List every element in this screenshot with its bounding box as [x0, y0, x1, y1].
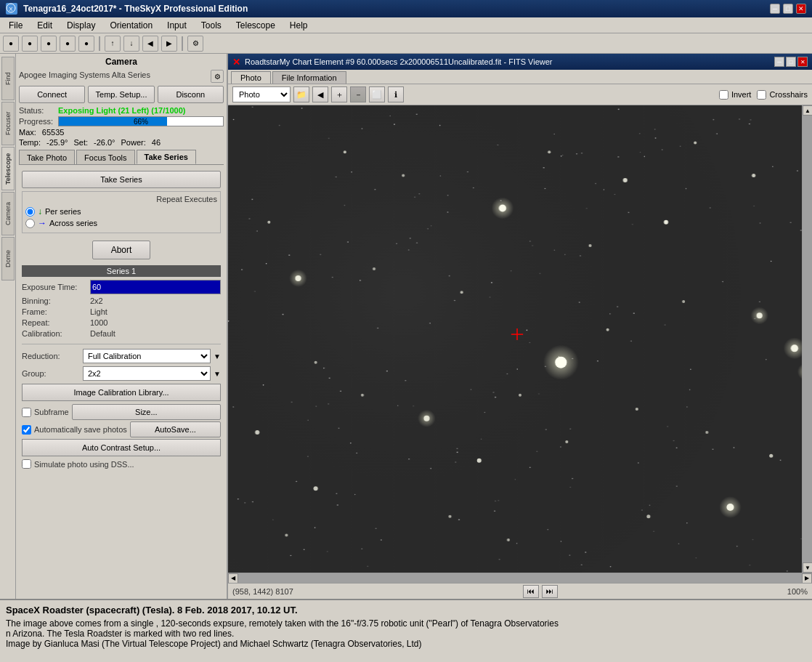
- exposure-time-input[interactable]: [90, 280, 221, 294]
- scroll-left-btn[interactable]: ◀: [228, 573, 238, 584]
- fits-tool-zoom-out[interactable]: －: [350, 86, 366, 102]
- status-value: Exposing Light (21 Left) (17/1000): [58, 106, 185, 115]
- size-button[interactable]: Size...: [72, 404, 221, 420]
- camera-settings-btn[interactable]: ⚙: [211, 70, 224, 83]
- sidebar-tab-find[interactable]: Find: [1, 57, 15, 100]
- menu-help[interactable]: Help: [284, 19, 314, 32]
- fits-close-x[interactable]: ✕: [232, 57, 240, 68]
- across-series-row: → Across series: [25, 218, 217, 228]
- fits-close-btn[interactable]: ✕: [797, 57, 808, 67]
- repeat-executes-label: Repeat Executes: [25, 195, 217, 203]
- binning-value: 2x2: [90, 296, 103, 305]
- toolbar-btn-1[interactable]: ●: [3, 36, 19, 52]
- crosshairs-label: Crosshairs: [769, 90, 808, 99]
- across-series-label: Across series: [49, 219, 97, 227]
- fits-tab-photo[interactable]: Photo: [231, 71, 271, 84]
- toolbar-btn-4[interactable]: ●: [60, 36, 76, 52]
- scroll-up-btn[interactable]: ▲: [803, 105, 812, 116]
- fits-tool-fit[interactable]: ⬜: [369, 86, 385, 102]
- connect-button[interactable]: Connect: [19, 86, 85, 103]
- series-header: Series 1: [22, 265, 221, 277]
- scroll-down-btn[interactable]: ▼: [803, 562, 812, 573]
- disconnect-button[interactable]: Disconn: [158, 86, 224, 103]
- menu-orientation[interactable]: Orientation: [104, 19, 158, 32]
- menu-tools[interactable]: Tools: [195, 19, 227, 32]
- fits-tool-back[interactable]: ◀: [312, 86, 328, 102]
- bottom-title: SpaceX Roadster (spacecraft) (Tesla). 8 …: [6, 605, 806, 615]
- star-field-canvas[interactable]: [228, 105, 812, 573]
- auto-save-button[interactable]: AutoSave...: [130, 421, 221, 437]
- library-button[interactable]: Image Calibration Library...: [22, 384, 221, 401]
- sidebar-tab-camera[interactable]: Camera: [1, 192, 15, 235]
- toolbar-btn-8[interactable]: ◀: [142, 36, 158, 52]
- fits-minimize-btn[interactable]: ─: [774, 57, 784, 67]
- invert-row: Invert: [719, 90, 752, 100]
- fits-nav-controls: ⏮ ⏭: [523, 585, 558, 598]
- app-icon: X: [6, 3, 17, 15]
- fits-status-bar: (958, 1442) 8107 ⏮ ⏭ 100%: [228, 583, 812, 599]
- tab-focus-tools[interactable]: Focus Tools: [76, 150, 135, 164]
- binning-label: Binning:: [22, 296, 87, 305]
- temp-row: Temp: -25.9° Set: -26.0° Power: 46: [19, 138, 224, 147]
- temp-power-label: Power:: [121, 138, 146, 147]
- temp-setup-button[interactable]: Temp. Setup...: [88, 86, 154, 103]
- take-series-button[interactable]: Take Series: [22, 171, 221, 188]
- menu-display[interactable]: Display: [61, 19, 101, 32]
- left-panel: Camera Apogee Imaging Systems Alta Serie…: [16, 54, 228, 599]
- crosshairs-checkbox[interactable]: [757, 90, 766, 100]
- scroll-track-v[interactable]: [803, 116, 812, 562]
- scroll-track-h[interactable]: [238, 573, 802, 584]
- sidebar-tab-telescope[interactable]: Telescope: [1, 147, 15, 190]
- per-series-radio[interactable]: [25, 207, 35, 217]
- abort-button[interactable]: Abort: [92, 241, 150, 259]
- fits-nav-prev[interactable]: ⏮: [523, 585, 539, 598]
- toolbar-btn-9[interactable]: ▶: [161, 36, 177, 52]
- fits-tool-folder[interactable]: 📁: [293, 86, 309, 102]
- auto-contrast-button[interactable]: Auto Contrast Setup...: [22, 439, 221, 456]
- fits-photo-dropdown[interactable]: Photo: [232, 86, 291, 102]
- invert-checkbox[interactable]: [719, 90, 728, 100]
- sidebar-tab-focuser[interactable]: Focuser: [1, 102, 15, 145]
- fits-right-controls: Invert Crosshairs: [719, 90, 808, 100]
- toolbar-btn-2[interactable]: ●: [22, 36, 38, 52]
- toolbar-btn-7[interactable]: ↓: [123, 36, 139, 52]
- tab-take-photo[interactable]: Take Photo: [19, 150, 75, 164]
- sidebar-tab-dome[interactable]: Dome: [1, 237, 15, 280]
- menu-input[interactable]: Input: [161, 19, 192, 32]
- progress-bar: 66%: [58, 116, 224, 126]
- vertical-scrollbar[interactable]: ▲ ▼: [802, 105, 812, 573]
- frame-row: Frame: Light: [22, 307, 221, 316]
- close-button[interactable]: ✕: [796, 4, 806, 14]
- fits-window-controls: ─ □ ✕: [774, 57, 808, 67]
- reduction-dropdown[interactable]: Full Calibration: [83, 349, 211, 363]
- temp-current-label: Temp:: [19, 138, 41, 147]
- toolbar-btn-6[interactable]: ↑: [105, 36, 121, 52]
- toolbar-settings[interactable]: ⚙: [187, 36, 203, 52]
- subframe-checkbox[interactable]: [22, 408, 31, 417]
- tab-take-series[interactable]: Take Series: [137, 150, 196, 164]
- maximize-button[interactable]: □: [783, 4, 793, 14]
- across-series-radio[interactable]: [25, 219, 35, 228]
- menu-file[interactable]: File: [3, 19, 28, 32]
- simulate-checkbox[interactable]: [22, 459, 31, 469]
- menu-telescope[interactable]: Telescope: [230, 19, 281, 32]
- auto-save-checkbox[interactable]: [22, 425, 31, 435]
- auto-save-row: Automatically save photos AutoSave...: [22, 421, 221, 437]
- subframe-label: Subframe: [34, 408, 69, 416]
- toolbar-btn-5[interactable]: ●: [78, 36, 94, 52]
- fits-restore-btn[interactable]: □: [786, 57, 796, 67]
- menu-bar: File Edit Display Orientation Input Tool…: [0, 17, 812, 33]
- reduction-row: Reduction: Full Calibration ▼: [22, 349, 221, 363]
- toolbar-btn-3[interactable]: ●: [41, 36, 57, 52]
- frame-label: Frame:: [22, 307, 87, 316]
- fits-tool-info[interactable]: ℹ: [388, 86, 404, 102]
- fits-tab-file-info[interactable]: File Information: [272, 71, 346, 84]
- minimize-button[interactable]: ─: [770, 4, 780, 14]
- fits-tool-zoom-in[interactable]: ＋: [331, 86, 347, 102]
- fits-nav-next[interactable]: ⏭: [542, 585, 558, 598]
- camera-btn-row: Connect Temp. Setup... Disconn: [19, 86, 224, 103]
- menu-edit[interactable]: Edit: [31, 19, 58, 32]
- group-dropdown[interactable]: 2x2: [83, 366, 211, 381]
- max-row: Max: 65535: [19, 128, 224, 137]
- scroll-right-btn[interactable]: ▶: [802, 573, 812, 584]
